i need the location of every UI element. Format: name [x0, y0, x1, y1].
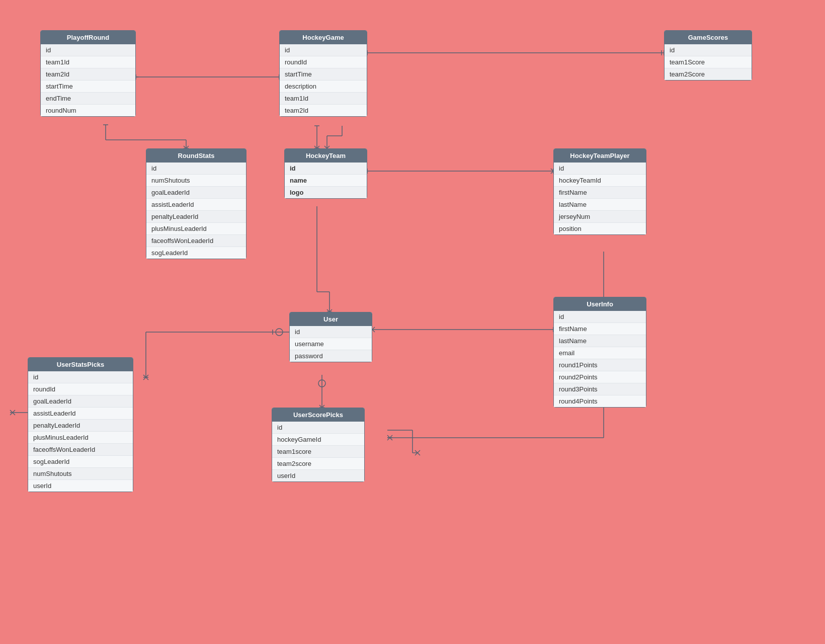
entity-header-user-score-picks: UserScorePicks: [272, 408, 364, 422]
field-row: round3Points: [554, 383, 646, 395]
svg-line-42: [143, 375, 148, 380]
field-row: goalLeaderId: [146, 187, 246, 199]
svg-line-66: [387, 435, 392, 440]
field-row: id: [665, 44, 752, 56]
entity-user-stats-picks: UserStatsPicks id roundId goalLeaderId a…: [28, 357, 133, 492]
svg-line-62: [415, 450, 420, 455]
field-row: id: [280, 44, 367, 56]
entity-round-stats: RoundStats id numShutouts goalLeaderId a…: [146, 148, 246, 259]
entity-header-user-info: UserInfo: [554, 297, 646, 311]
svg-line-45: [10, 410, 15, 415]
field-row: firstName: [554, 187, 646, 199]
field-row: round2Points: [554, 371, 646, 383]
diagram-container: PlayoffRound id team1Id team2Id startTim…: [0, 0, 825, 644]
entity-header-round-stats: RoundStats: [146, 149, 246, 163]
field-row: userId: [28, 480, 133, 492]
entity-header-hockey-team-player: HockeyTeamPlayer: [554, 149, 646, 163]
entity-user: User id username password: [289, 312, 372, 362]
entity-playoff-round: PlayoffRound id team1Id team2Id startTim…: [40, 30, 136, 117]
svg-line-46: [10, 410, 15, 415]
field-row: email: [554, 347, 646, 359]
field-row: team1Id: [41, 56, 135, 68]
field-row: firstName: [554, 323, 646, 335]
field-row: id: [146, 163, 246, 175]
entity-header-user-stats-picks: UserStatsPicks: [28, 358, 133, 371]
field-row: team1Score: [665, 56, 752, 68]
svg-point-49: [318, 380, 325, 387]
field-row: password: [290, 350, 372, 362]
field-row: id: [554, 163, 646, 175]
field-row: faceoffsWonLeaderId: [146, 235, 246, 247]
field-row: assistLeaderId: [28, 408, 133, 420]
entity-header-hockey-game: HockeyGame: [280, 31, 367, 44]
field-row: round4Points: [554, 395, 646, 407]
field-row: team1Id: [280, 93, 367, 105]
field-row: id: [290, 326, 372, 338]
field-row: team2Score: [665, 68, 752, 80]
entity-header-game-scores: GameScores: [665, 31, 752, 44]
field-row: assistLeaderId: [146, 199, 246, 211]
field-row: description: [280, 80, 367, 93]
field-row: position: [554, 223, 646, 234]
field-row: startTime: [280, 68, 367, 80]
field-row: penaltyLeaderId: [146, 211, 246, 223]
field-row: id: [554, 311, 646, 323]
field-row: plusMinusLeaderId: [28, 432, 133, 444]
field-row: faceoffsWonLeaderId: [28, 444, 133, 456]
field-row: hockeyGameId: [272, 434, 364, 446]
field-row: sogLeaderId: [28, 456, 133, 468]
field-row: roundId: [28, 383, 133, 395]
field-row: jerseyNum: [554, 211, 646, 223]
field-row: logo: [285, 187, 367, 198]
entity-header-playoff-round: PlayoffRound: [41, 31, 135, 44]
entity-header-user: User: [290, 312, 372, 326]
entity-user-score-picks: UserScorePicks id hockeyGameId team1scor…: [272, 408, 365, 482]
field-row: numShutouts: [146, 175, 246, 187]
field-row: roundId: [280, 56, 367, 68]
field-row: team2score: [272, 458, 364, 470]
field-row: endTime: [41, 93, 135, 105]
field-row: lastName: [554, 335, 646, 347]
field-row: team2Id: [41, 68, 135, 80]
field-row: penaltyLeaderId: [28, 420, 133, 432]
svg-line-41: [143, 375, 148, 380]
field-row: numShutouts: [28, 468, 133, 480]
entity-hockey-team: HockeyTeam id name logo: [284, 148, 367, 199]
entity-header-hockey-team: HockeyTeam: [285, 149, 367, 163]
field-row: id: [285, 163, 367, 175]
field-row: startTime: [41, 80, 135, 93]
field-row: id: [272, 422, 364, 434]
field-row: id: [41, 44, 135, 56]
field-row: username: [290, 338, 372, 350]
field-row: sogLeaderId: [146, 247, 246, 259]
field-row: roundNum: [41, 105, 135, 116]
svg-line-67: [387, 435, 392, 440]
entity-hockey-team-player: HockeyTeamPlayer id hockeyTeamId firstNa…: [553, 148, 646, 235]
entity-hockey-game: HockeyGame id roundId startTime descript…: [279, 30, 367, 117]
field-row: lastName: [554, 199, 646, 211]
field-row: plusMinusLeaderId: [146, 223, 246, 235]
field-row: id: [28, 371, 133, 383]
svg-line-63: [415, 450, 420, 455]
field-row: name: [285, 175, 367, 187]
field-row: team1score: [272, 446, 364, 458]
svg-point-39: [276, 329, 283, 336]
entity-user-info: UserInfo id firstName lastName email rou…: [553, 297, 646, 408]
field-row: hockeyTeamId: [554, 175, 646, 187]
field-row: round1Points: [554, 359, 646, 371]
entity-game-scores: GameScores id team1Score team2Score: [664, 30, 752, 80]
field-row: goalLeaderId: [28, 395, 133, 408]
field-row: userId: [272, 470, 364, 481]
field-row: team2Id: [280, 105, 367, 116]
